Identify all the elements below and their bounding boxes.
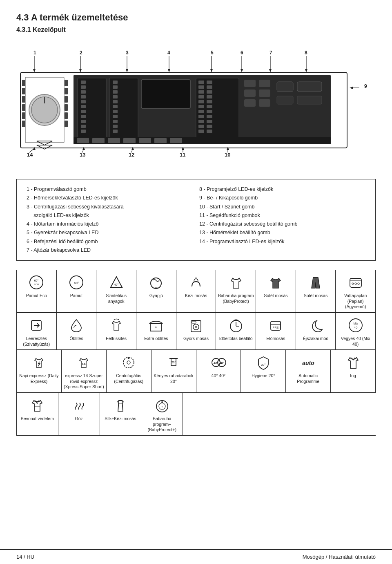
svg-text:30°: 30° [154,286,158,289]
svg-text:20°: 20° [172,361,176,364]
svg-rect-40 [65,121,68,127]
leeresztes-label: Leeresztés (Szivattyúzás) [18,336,55,347]
oblites-label: Öblítés [69,336,83,342]
svg-rect-85 [207,85,212,89]
svg-rect-63 [113,95,118,98]
vegyes40-icon: Mix 40 [347,316,365,334]
svg-rect-77 [198,100,204,103]
silk-kezi-label: Silk+Kézi mosás [105,416,136,422]
programme-expressz14: 14 expressz 14 Szuper rövid expressz (Xp… [62,350,107,393]
legend-left: 1 - Programválasztó gomb 2 - Hőmérséklet… [23,185,196,255]
svg-text:10: 10 [225,152,230,158]
programmes-row-4: Bevonat védelem Gőz [16,393,376,436]
svg-rect-29 [22,80,25,86]
svg-rect-75 [198,90,204,94]
programme-goz: Gőz [58,393,100,436]
svg-text:60°: 60° [34,279,39,282]
idoeltolas-label: Időeltolás beállító [219,336,253,342]
svg-rect-86 [207,90,212,94]
svg-rect-61 [113,85,118,89]
kenyes20-label: Kényes ruhadarabok 20° [153,373,194,384]
svg-marker-12 [79,69,82,72]
svg-rect-31 [22,96,25,103]
programme-silk-kezi: Silk+Kézi mosás [100,393,142,436]
napi-expressz-label: Napi expressz (Daily Express) [18,373,60,384]
svg-rect-108 [108,138,120,143]
svg-rect-91 [207,115,212,118]
pamut-label: Pamut [70,293,82,299]
programme-szintetikus: 40° Szintetikus anyagok [96,270,136,313]
babaruha-plus-icon: + [153,396,171,414]
page-footer: 14 / HU Mosógép / Használati útmutató [0,549,392,564]
legend-item-4: 4 - Időtartam információs kijelző [27,220,193,228]
svg-rect-39 [65,112,68,119]
footer-title: Mosógép / Használati útmutató [303,554,376,560]
svg-point-155 [349,319,362,332]
svg-rect-49 [81,85,86,89]
idoeltolas-icon [227,316,245,334]
svg-text:4: 4 [167,50,170,56]
napi-expressz-icon [30,354,48,372]
negyven40-icon: 40° 40° [209,354,227,372]
svg-rect-50 [81,90,86,94]
legend-item-6: 6 - Befejezési idő beállító gomb [27,237,193,246]
svg-point-141 [352,283,354,284]
svg-marker-26 [350,87,353,89]
goz-label: Gőz [75,416,83,422]
svg-rect-109 [123,138,136,143]
svg-point-148 [195,326,197,328]
svg-rect-90 [207,110,212,113]
elomosas-icon: PRE [267,316,285,334]
svg-rect-93 [207,125,212,128]
svg-rect-68 [113,120,118,123]
svg-rect-80 [198,115,204,118]
pamut-eco-icon: 60° ECO [27,273,45,291]
section-title: 4.3.1 Kezelőpult [16,26,376,34]
svg-rect-64 [113,100,118,103]
svg-marker-20 [241,69,243,72]
svg-text:+: + [155,325,157,329]
svg-marker-24 [305,69,307,72]
svg-rect-107 [92,138,105,143]
svg-rect-58 [81,130,86,133]
vattapaplan-icon [347,273,365,291]
svg-text:40: 40 [354,326,357,329]
auto-programme-icon: auto [299,354,317,372]
silk-kezi-icon [111,396,129,414]
svg-rect-110 [139,138,151,143]
programmes-row-3: Napi expressz (Daily Express) 14 express… [16,350,376,393]
legend-item-1: 1 - Programválasztó gomb [27,185,193,194]
programme-babaruha: Babaruha program (BabyProtect) [216,270,256,313]
svg-marker-10 [33,69,36,72]
szintetikus-icon: 40° [107,273,125,291]
gyapju-icon: 30° [147,273,165,291]
svg-rect-57 [81,125,86,128]
programme-babaruha-plus: + Babaruha program+ (BabyProtect+) [141,393,183,436]
svg-text:ECO: ECO [34,283,39,286]
svg-rect-51 [81,95,86,98]
ejszakai-mod-label: Éjszakai mód [303,336,328,342]
babaruha-icon [227,273,245,291]
programme-bevonat: Bevonat védelem [17,393,58,436]
svg-rect-103 [277,96,293,104]
svg-rect-111 [154,138,167,143]
svg-rect-97 [244,99,256,107]
gyors-mosas-icon [187,316,205,334]
vegyes40-label: Vegyes 40 (Mix 40) [337,336,374,347]
kezi-mosas-label: Kézi mosás [185,293,207,299]
programme-extra-oblites: + Extra öblítés [136,313,176,350]
programme-elomosas: PRE Előmosás [256,313,296,350]
expressz14-label: expressz 14 Szuper rövid expressz (Xpres… [63,373,105,390]
programme-sotet1: Sötét mosás [256,270,296,313]
hygiene20-label: Hygiene 20° [252,373,275,379]
svg-point-143 [358,283,359,284]
svg-text:2: 2 [80,50,82,56]
felfrissites-label: Felfrissítés [106,336,127,342]
svg-rect-149 [192,321,196,323]
svg-text:13: 13 [80,152,85,158]
babaruha-label: Babaruha program (BabyProtect) [218,293,254,304]
svg-rect-102 [297,82,322,92]
programme-kezi-mosas: Kézi mosás [176,270,216,313]
svg-text:40°: 40° [114,283,118,286]
svg-rect-87 [207,95,212,98]
